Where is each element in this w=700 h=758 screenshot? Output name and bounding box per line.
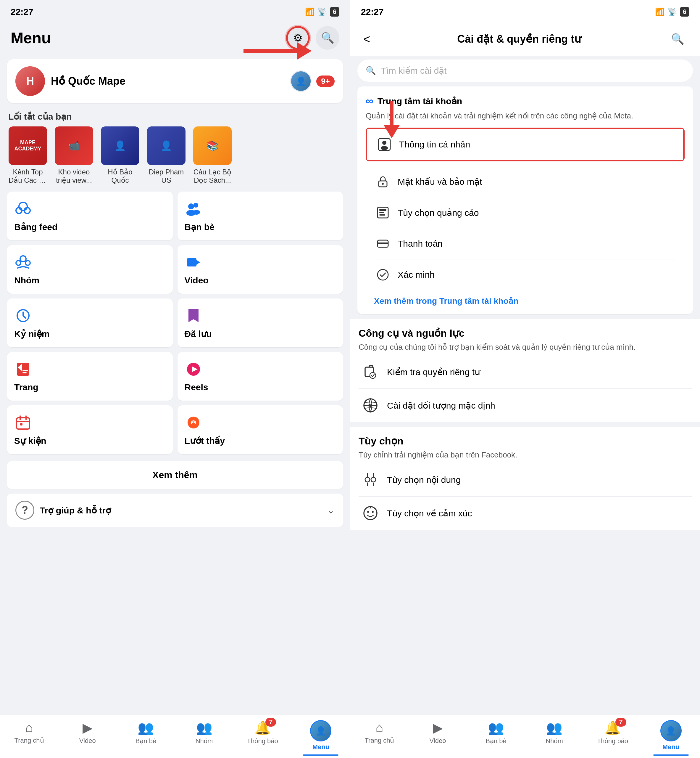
- menu-item-label-bang-feed: Bảng feed: [14, 222, 166, 232]
- back-button[interactable]: <: [361, 30, 372, 48]
- su-kien-icon: [14, 413, 32, 431]
- shortcut-image-4: 👤: [147, 127, 186, 165]
- nav-menu-label: Menu: [312, 743, 329, 751]
- shortcut-5[interactable]: 📚 Câu Lạc BộĐọc Sách...: [192, 127, 233, 185]
- right-notification-count: 7: [616, 718, 626, 727]
- left-header: Menu ⚙ 🔍: [0, 21, 350, 55]
- menu-item-ban-be[interactable]: Bạn bè: [178, 191, 343, 240]
- shortcut-1[interactable]: MAPEACADEMY Kênh TopĐầu Các L...: [7, 127, 48, 185]
- shortcut-thumb-4: 👤: [147, 127, 186, 165]
- menu-item-bang-feed[interactable]: Bảng feed: [7, 191, 173, 240]
- right-nav-menu-label: Menu: [662, 743, 679, 751]
- svg-point-3: [188, 204, 194, 209]
- search-bar-placeholder: Tìm kiếm cài đặt: [381, 66, 447, 76]
- personal-info-icon: [375, 136, 393, 153]
- right-nav-friends[interactable]: 👥 Bạn bè: [478, 720, 514, 751]
- notification-badge: 9+: [316, 75, 334, 87]
- personal-info-item[interactable]: Thông tin cá nhân: [367, 129, 683, 160]
- menu-item-label-video: Video: [184, 276, 336, 285]
- content-options-item[interactable]: Tùy chọn nội dung: [350, 463, 700, 496]
- right-menu-avatar: 👤: [660, 720, 682, 741]
- options-section: Tùy chọn Tùy chỉnh trải nghiệm của bạn t…: [350, 427, 700, 530]
- ban-be-icon: [184, 200, 202, 218]
- shortcut-2[interactable]: 📹 Kho videotriệu view...: [53, 127, 95, 185]
- nav-notifications[interactable]: 🔔 7 Thông báo: [245, 720, 280, 751]
- shortcut-3[interactable]: 👤 Hồ BảoQuốc: [99, 127, 141, 185]
- ad-prefs-item[interactable]: Tùy chọn quảng cáo: [366, 197, 684, 228]
- emotion-options-item[interactable]: Tùy chọn về cảm xúc: [350, 496, 700, 530]
- menu-item-su-kien[interactable]: Sự kiện: [7, 406, 173, 454]
- nav-friends[interactable]: 👥 Bạn bè: [128, 720, 164, 751]
- svg-rect-10: [187, 258, 197, 266]
- profile-right: 👤 9+: [290, 70, 334, 92]
- shortcut-image-2: 📹: [55, 127, 93, 165]
- down-arrow-head: [383, 125, 400, 138]
- svg-point-48: [364, 507, 377, 520]
- see-more-link[interactable]: Xem thêm trong Trung tâm tài khoản: [366, 290, 684, 312]
- shortcut-label-1: Kênh TopĐầu Các L...: [9, 168, 47, 185]
- search-bar[interactable]: 🔍 Tìm kiếm cài đặt: [358, 60, 693, 82]
- down-arrow-body: [390, 101, 394, 125]
- right-header-title: Cài đặt & quyền riêng tư: [372, 33, 666, 45]
- menu-item-label-luot-thay: Lướt thấy: [184, 435, 336, 446]
- search-button[interactable]: 🔍: [316, 26, 339, 50]
- svg-point-8: [16, 261, 21, 265]
- password-security-item[interactable]: Mật khẩu và bảo mật: [366, 166, 684, 197]
- shortcuts-grid: MAPEACADEMY Kênh TopĐầu Các L... 📹 Kho v…: [0, 124, 350, 189]
- svg-point-24: [188, 417, 199, 428]
- right-nav-groups-label: Nhóm: [545, 737, 563, 745]
- right-time: 22:27: [361, 7, 384, 17]
- default-audience-item[interactable]: Cài đặt đối tượng mặc định: [350, 389, 700, 422]
- left-panel: 22:27 📶 📡 6 Menu ⚙ 🔍 H: [0, 0, 350, 758]
- nav-menu[interactable]: 👤 Menu: [303, 720, 339, 751]
- menu-item-label-trang: Trang: [14, 382, 166, 392]
- svg-rect-13: [17, 363, 29, 376]
- shortcut-label-3: Hồ BảoQuốc: [108, 168, 132, 185]
- verification-label: Xác minh: [398, 270, 677, 280]
- tools-section: Công cụ và nguồn lực Công cụ của chúng t…: [350, 319, 700, 422]
- svg-point-9: [25, 261, 30, 265]
- menu-item-reels[interactable]: Reels: [178, 352, 343, 401]
- ad-prefs-icon: [374, 204, 392, 221]
- payment-label: Thanh toán: [398, 239, 677, 249]
- shortcut-image-3: 👤: [101, 127, 139, 165]
- xem-them-button[interactable]: Xem thêm: [7, 461, 343, 489]
- right-nav-groups[interactable]: 👥 Nhóm: [537, 720, 572, 751]
- right-search-button[interactable]: 🔍: [666, 27, 689, 51]
- options-section-header: Tùy chọn Tùy chỉnh trải nghiệm của bạn t…: [350, 427, 700, 463]
- right-content: 🔍 Tìm kiếm cài đặt ∞ Trung tâm tài khoản…: [350, 56, 700, 715]
- menu-item-video[interactable]: Video: [178, 245, 343, 294]
- menu-item-da-luu[interactable]: Đã lưu: [178, 299, 343, 347]
- verification-item[interactable]: Xác minh: [366, 259, 684, 290]
- shortcut-4[interactable]: 👤 Diep PhamUS: [145, 127, 187, 185]
- right-nav-video-label: Video: [430, 737, 446, 745]
- payment-item[interactable]: Thanh toán: [366, 228, 684, 259]
- nav-video-label: Video: [79, 737, 96, 745]
- profile-card[interactable]: H Hồ Quốc Mape 👤 9+: [7, 59, 343, 103]
- ky-niem-icon: [14, 307, 32, 324]
- shortcut-label-5: Câu Lạc BộĐọc Sách...: [194, 168, 232, 185]
- svg-point-49: [367, 511, 369, 513]
- nav-friends-label: Bạn bè: [136, 737, 156, 745]
- nav-video[interactable]: ▶ Video: [70, 720, 105, 751]
- nav-home[interactable]: ⌂ Trang chủ: [11, 720, 47, 751]
- verification-icon: [374, 266, 392, 283]
- nav-groups[interactable]: 👥 Nhóm: [186, 720, 222, 751]
- svg-point-26: [382, 141, 386, 145]
- menu-item-luot-thay[interactable]: Lướt thấy: [178, 406, 343, 454]
- right-nav-menu[interactable]: 👤 Menu: [653, 720, 689, 751]
- right-nav-video[interactable]: ▶ Video: [420, 720, 456, 751]
- menu-item-ky-niem[interactable]: Kỷ niệm: [7, 299, 173, 347]
- privacy-check-item[interactable]: Kiểm tra quyền riêng tư: [350, 356, 700, 388]
- svg-point-6: [193, 210, 200, 215]
- menu-item-nhom[interactable]: Nhóm: [7, 245, 173, 294]
- svg-point-50: [372, 511, 373, 513]
- help-left: ? Trợ giúp & hỗ trợ: [16, 501, 111, 520]
- avatar: H: [16, 66, 45, 96]
- wifi-icon: 📡: [317, 8, 327, 17]
- menu-item-trang[interactable]: Trang: [7, 352, 173, 401]
- right-nav-notifications[interactable]: 🔔 7 Thông báo: [595, 720, 630, 751]
- right-nav-home[interactable]: ⌂ Trang chủ: [362, 720, 397, 751]
- default-audience-icon: [361, 396, 380, 415]
- help-bar[interactable]: ? Trợ giúp & hỗ trợ ⌄: [7, 493, 343, 527]
